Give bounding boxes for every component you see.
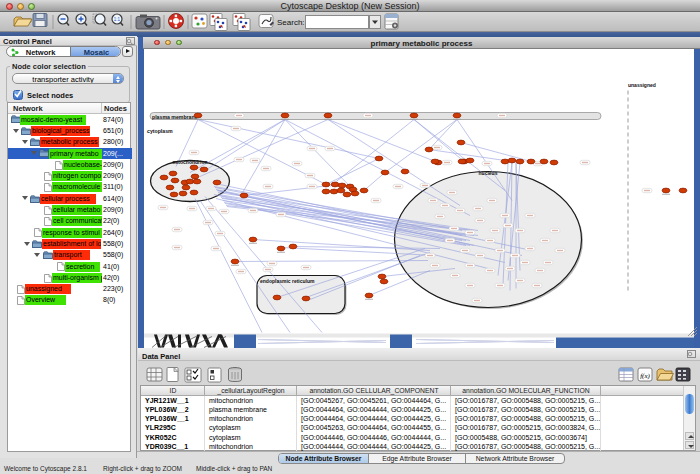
svg-text:endoplasmic reticulum: endoplasmic reticulum [260, 277, 315, 283]
svg-text:1:1: 1:1 [114, 17, 121, 22]
svg-text:plasma membrane: plasma membrane [152, 113, 198, 119]
svg-text:f(x): f(x) [640, 371, 650, 379]
svg-text:cytoplasm: cytoplasm [147, 127, 173, 133]
svg-text:nucleus: nucleus [479, 169, 498, 175]
svg-text:mitochondrion: mitochondrion [173, 159, 208, 165]
svg-text:unassigned: unassigned [628, 81, 656, 87]
